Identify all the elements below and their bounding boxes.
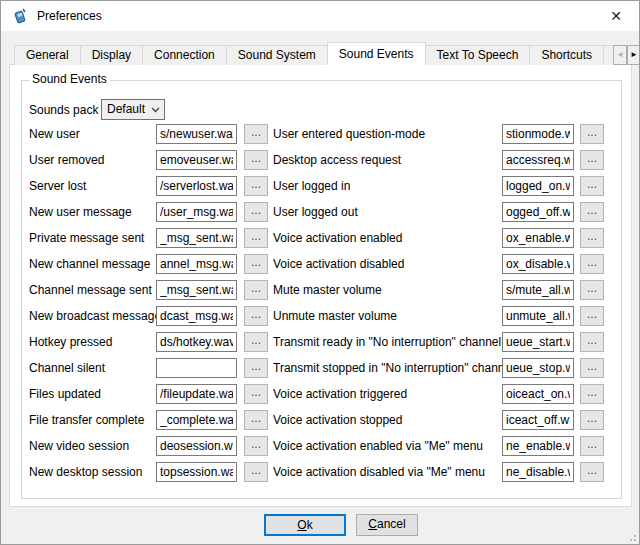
- tab-video[interactable]: Video: [603, 45, 613, 65]
- sound-event-file-input[interactable]: [502, 280, 574, 300]
- resize-grip[interactable]: [627, 532, 636, 541]
- browse-button[interactable]: ...: [580, 358, 604, 378]
- browse-button[interactable]: ...: [580, 254, 604, 274]
- sound-event-row: New user message...: [29, 202, 268, 222]
- sound-event-row: Voice activation disabled...: [273, 254, 604, 274]
- sound-event-file-input[interactable]: [156, 306, 237, 326]
- sound-event-file-input[interactable]: [502, 176, 574, 196]
- sound-event-label: Voice activation stopped: [273, 413, 502, 427]
- sounds-pack-select[interactable]: Default: [101, 99, 165, 120]
- browse-button[interactable]: ...: [580, 124, 604, 144]
- sounds-pack-row: Sounds pack Default: [29, 99, 165, 120]
- browse-button[interactable]: ...: [580, 150, 604, 170]
- browse-button[interactable]: ...: [244, 280, 268, 300]
- sound-event-label: Unmute master volume: [273, 309, 502, 323]
- tab-sound-events[interactable]: Sound Events: [327, 42, 426, 65]
- sound-event-file-input[interactable]: [156, 124, 237, 144]
- sound-event-file-input[interactable]: [156, 462, 237, 482]
- cancel-button[interactable]: Cancel: [356, 514, 418, 536]
- tab-display[interactable]: Display: [80, 45, 143, 65]
- sound-event-file-input[interactable]: [502, 228, 574, 248]
- browse-button[interactable]: ...: [244, 150, 268, 170]
- sound-event-label: Desktop access request: [273, 153, 502, 167]
- sound-event-file-input[interactable]: [156, 280, 237, 300]
- sound-event-label: New broadcast message: [29, 309, 156, 323]
- sound-event-row: Hotkey pressed...: [29, 332, 268, 352]
- sound-event-row: Voice activation disabled via "Me" menu.…: [273, 462, 604, 482]
- browse-button[interactable]: ...: [244, 254, 268, 274]
- sound-event-row: New broadcast message...: [29, 306, 268, 326]
- tab-bar: GeneralDisplayConnectionSound SystemSoun…: [14, 41, 613, 65]
- browse-button[interactable]: ...: [244, 410, 268, 430]
- sound-event-row: New desktop session...: [29, 462, 268, 482]
- sound-event-file-input[interactable]: [156, 332, 237, 352]
- sound-event-file-input[interactable]: [502, 358, 574, 378]
- browse-button[interactable]: ...: [580, 202, 604, 222]
- tab-text-to-speech[interactable]: Text To Speech: [425, 45, 531, 65]
- browse-button[interactable]: ...: [244, 462, 268, 482]
- sound-event-file-input[interactable]: [502, 150, 574, 170]
- sound-event-file-input[interactable]: [156, 228, 237, 248]
- sound-event-label: Channel silent: [29, 361, 156, 375]
- close-icon[interactable]: ✕: [601, 5, 631, 27]
- sound-event-label: Voice activation enabled: [273, 231, 502, 245]
- browse-button[interactable]: ...: [580, 410, 604, 430]
- tab-scroll-right-icon[interactable]: ►: [627, 45, 640, 65]
- browse-button[interactable]: ...: [580, 462, 604, 482]
- sound-event-file-input[interactable]: [156, 254, 237, 274]
- tab-connection[interactable]: Connection: [142, 45, 227, 65]
- sound-event-file-input[interactable]: [156, 150, 237, 170]
- ok-button[interactable]: Ok: [264, 514, 346, 536]
- sound-event-file-input[interactable]: [502, 124, 574, 144]
- sound-event-row: New channel message...: [29, 254, 268, 274]
- tab-scroll-left-icon[interactable]: ◄: [613, 45, 627, 65]
- sound-event-file-input[interactable]: [502, 384, 574, 404]
- browse-button[interactable]: ...: [244, 124, 268, 144]
- tab-general[interactable]: General: [14, 45, 81, 65]
- browse-button[interactable]: ...: [244, 228, 268, 248]
- sound-event-row: Voice activation stopped...: [273, 410, 604, 430]
- browse-button[interactable]: ...: [580, 280, 604, 300]
- sound-event-file-input[interactable]: [502, 436, 574, 456]
- tab-shortcuts[interactable]: Shortcuts: [529, 45, 604, 65]
- browse-button[interactable]: ...: [244, 332, 268, 352]
- sound-event-file-input[interactable]: [502, 410, 574, 430]
- sound-event-row: User logged in...: [273, 176, 604, 196]
- title-bar[interactable]: Preferences ✕: [1, 1, 639, 31]
- browse-button[interactable]: ...: [580, 306, 604, 326]
- sound-event-file-input[interactable]: [156, 436, 237, 456]
- sound-event-file-input[interactable]: [502, 332, 574, 352]
- sound-event-label: Private message sent: [29, 231, 156, 245]
- browse-button[interactable]: ...: [244, 306, 268, 326]
- sound-event-file-input[interactable]: [502, 306, 574, 326]
- browse-button[interactable]: ...: [244, 384, 268, 404]
- browse-button[interactable]: ...: [244, 436, 268, 456]
- browse-button[interactable]: ...: [580, 384, 604, 404]
- browse-button[interactable]: ...: [580, 332, 604, 352]
- sound-event-label: Mute master volume: [273, 283, 502, 297]
- sound-event-row: Voice activation enabled...: [273, 228, 604, 248]
- sound-event-label: Voice activation disabled: [273, 257, 502, 271]
- sound-event-file-input[interactable]: [156, 384, 237, 404]
- sound-event-file-input[interactable]: [502, 254, 574, 274]
- tab-sound-system[interactable]: Sound System: [226, 45, 328, 65]
- sound-event-file-input[interactable]: [156, 410, 237, 430]
- browse-button[interactable]: ...: [580, 436, 604, 456]
- sound-event-file-input[interactable]: [156, 358, 237, 378]
- sound-event-row: Transmit ready in "No interruption" chan…: [273, 332, 604, 352]
- browse-button[interactable]: ...: [244, 202, 268, 222]
- sound-event-file-input[interactable]: [502, 202, 574, 222]
- sounds-pack-value: Default: [107, 100, 145, 119]
- browse-button[interactable]: ...: [244, 176, 268, 196]
- sound-event-row: User removed...: [29, 150, 268, 170]
- sound-event-label: Voice activation disabled via "Me" menu: [273, 465, 502, 479]
- sound-event-row: Voice activation enabled via "Me" menu..…: [273, 436, 604, 456]
- groupbox-title: Sound Events: [29, 72, 110, 86]
- browse-button[interactable]: ...: [580, 176, 604, 196]
- browse-button[interactable]: ...: [244, 358, 268, 378]
- sound-event-file-input[interactable]: [502, 462, 574, 482]
- sound-event-label: Files updated: [29, 387, 156, 401]
- sound-event-file-input[interactable]: [156, 202, 237, 222]
- browse-button[interactable]: ...: [580, 228, 604, 248]
- sound-event-file-input[interactable]: [156, 176, 237, 196]
